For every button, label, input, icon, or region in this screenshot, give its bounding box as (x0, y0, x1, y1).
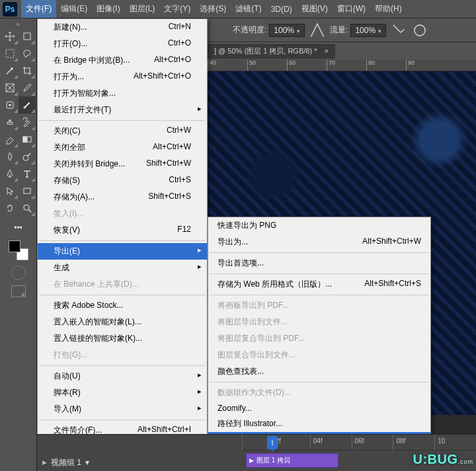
magic-wand-tool[interactable] (1, 62, 19, 79)
submenu-item[interactable]: 存储为 Web 所用格式（旧版）...Alt+Shift+Ctrl+S (208, 276, 430, 293)
submenu-item: 图层复合导出到文件... (208, 347, 430, 363)
timeline-panel: 02f 04f 06f 08f 10 ▶ 视频组 1 ▾ ▶ 图层 1 拷贝 (37, 434, 476, 471)
svg-rect-1 (24, 33, 30, 40)
menu-window[interactable]: 窗口(W) (333, 0, 370, 18)
menu-3d[interactable]: 3D(D) (266, 1, 297, 17)
screen-mode-toggle[interactable] (11, 285, 26, 297)
timeline-clip[interactable]: ▶ 图层 1 拷贝 (246, 453, 338, 468)
menu-item[interactable]: 恢复(V)F12 (38, 222, 207, 238)
menu-item[interactable]: 搜索 Adobe Stock... (38, 297, 207, 314)
tools-panel: ••• (0, 18, 37, 471)
menu-layer[interactable]: 图层(L) (125, 0, 160, 18)
menu-view[interactable]: 视图(V) (297, 0, 333, 18)
menu-item[interactable]: 关闭(C)Ctrl+W (38, 123, 207, 139)
menu-image[interactable]: 图像(I) (92, 0, 124, 18)
crop-tool[interactable] (19, 62, 36, 79)
eyedropper-tool[interactable] (19, 79, 36, 96)
timeline-clip-label: 图层 1 拷贝 (257, 456, 290, 465)
pressure-opacity-icon[interactable] (309, 22, 326, 39)
menu-file[interactable]: 文件(F) (21, 0, 56, 18)
quick-mask-toggle[interactable] (11, 266, 26, 280)
file-menu-dropdown: 新建(N)...Ctrl+N打开(O)...Ctrl+O在 Bridge 中浏览… (37, 18, 208, 471)
timeline-playhead[interactable] (267, 436, 278, 449)
menu-item: 在 Behance 上共享(D)... (38, 276, 207, 293)
submenu-item[interactable]: Zoomify... (208, 401, 430, 416)
svg-rect-8 (23, 137, 27, 142)
menu-item[interactable]: 脚本(R) (38, 384, 207, 401)
airbrush-icon[interactable] (390, 22, 407, 39)
menu-item[interactable]: 在 Bridge 中浏览(B)...Alt+Ctrl+O (38, 52, 207, 69)
submenu-item[interactable]: 快速导出为 PNG (208, 217, 430, 234)
menu-item[interactable]: 存储为(A)...Shift+Ctrl+S (38, 189, 207, 205)
svg-point-9 (23, 155, 28, 161)
menu-item[interactable]: 关闭并转到 Bridge...Shift+Ctrl+W (38, 156, 207, 172)
menu-item[interactable]: 置入嵌入的智能对象(L)... (38, 314, 207, 330)
healing-brush-tool[interactable] (1, 96, 19, 114)
document-tabs: ] @ 50% (图层 1 拷贝, RGB/8) * × (208, 42, 335, 59)
document-tab[interactable]: ] @ 50% (图层 1 拷贝, RGB/8) * × (208, 43, 335, 59)
flow-field[interactable]: 100% (350, 24, 386, 37)
menu-item[interactable]: 打开为...Alt+Shift+Ctrl+O (38, 69, 207, 85)
gradient-tool[interactable] (19, 131, 36, 148)
opacity-label: 不透明度: (233, 24, 266, 36)
hand-tool[interactable] (1, 199, 19, 217)
svg-line-13 (28, 209, 31, 212)
eraser-tool[interactable] (1, 131, 19, 148)
menu-item[interactable]: 存储(S)Ctrl+S (38, 172, 207, 189)
marquee-tool[interactable] (1, 45, 19, 62)
menu-filter[interactable]: 滤镜(T) (231, 0, 266, 18)
app-logo: Ps (3, 2, 17, 17)
menu-help[interactable]: 帮助(H) (370, 0, 407, 18)
submenu-item: 将画板导出到 PDF... (208, 297, 430, 314)
export-submenu: 快速导出为 PNG导出为...Alt+Shift+Ctrl+W导出首选项...存… (208, 217, 431, 449)
type-tool[interactable] (19, 165, 36, 182)
menu-bar: Ps 文件(F) 编辑(E) 图像(I) 图层(L) 文字(Y) 选择(S) 滤… (0, 0, 476, 18)
pressure-size-icon[interactable] (411, 22, 428, 39)
frame-tool[interactable] (1, 79, 19, 96)
svg-rect-11 (24, 188, 30, 194)
menu-select[interactable]: 选择(S) (195, 0, 231, 18)
menu-item[interactable]: 新建(N)...Ctrl+N (38, 19, 207, 36)
close-tab-icon[interactable]: × (325, 47, 329, 55)
submenu-item: 将图层导出到文件... (208, 314, 430, 330)
menu-edit[interactable]: 编辑(E) (56, 0, 92, 18)
collapse-tools-icon[interactable] (0, 21, 36, 28)
lasso-tool[interactable] (19, 45, 36, 62)
zoom-tool[interactable] (19, 199, 36, 217)
path-selection-tool[interactable] (1, 182, 19, 199)
dodge-tool[interactable] (19, 148, 36, 165)
menu-item: 打包(G)... (38, 347, 207, 363)
menu-type[interactable]: 文字(Y) (159, 0, 195, 18)
menu-item[interactable]: 最近打开文件(T) (38, 102, 207, 118)
timeline-track-header[interactable]: ▶ 视频组 1 ▾ (37, 453, 242, 471)
submenu-item[interactable]: 导出为...Alt+Shift+Ctrl+W (208, 234, 430, 250)
submenu-item[interactable]: 路径到 Illustrator... (208, 416, 430, 432)
svg-point-12 (24, 205, 29, 210)
menu-item[interactable]: 导入(M) (38, 401, 207, 417)
svg-rect-2 (6, 50, 14, 57)
opacity-field[interactable]: 100% (269, 24, 305, 37)
clone-stamp-tool[interactable] (1, 114, 19, 131)
artboard-tool[interactable] (19, 28, 36, 45)
menu-item[interactable]: 关闭全部Alt+Ctrl+W (38, 139, 207, 156)
pen-tool[interactable] (1, 165, 19, 182)
history-brush-tool[interactable] (19, 114, 36, 131)
color-swatches[interactable] (9, 240, 28, 260)
menu-item[interactable]: 打开(O)...Ctrl+O (38, 36, 207, 52)
menu-item[interactable]: 置入链接的智能对象(K)... (38, 330, 207, 347)
menu-item[interactable]: 导出(E) (38, 243, 207, 260)
menu-item[interactable]: 自动(U) (38, 368, 207, 384)
foreground-color-swatch[interactable] (9, 240, 20, 252)
move-tool[interactable] (1, 28, 19, 45)
menu-item[interactable]: 打开为智能对象... (38, 85, 207, 102)
edit-toolbar[interactable]: ••• (10, 219, 27, 236)
submenu-item: 数据组作为文件(D)... (208, 384, 430, 401)
menu-item[interactable]: 生成 (38, 260, 207, 276)
watermark: U:BUG.com (413, 452, 473, 467)
brush-tool[interactable] (19, 96, 36, 114)
blur-tool[interactable] (1, 148, 19, 165)
rectangle-tool[interactable] (19, 182, 36, 199)
submenu-item[interactable]: 导出首选项... (208, 255, 430, 272)
ruler-horizontal: 40 50 60 70 80 90 (208, 59, 476, 71)
submenu-item[interactable]: 颜色查找表... (208, 363, 430, 380)
